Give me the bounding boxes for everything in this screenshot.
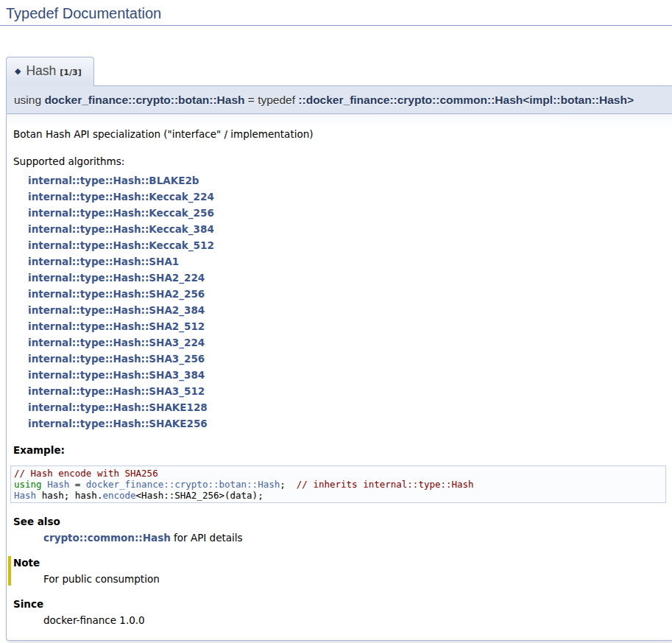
- algorithm-link[interactable]: internal::type::Hash::BLAKE2b: [28, 175, 199, 186]
- algorithm-list-item: internal::type::Hash::Keccak_512: [13, 237, 666, 253]
- algorithm-link[interactable]: internal::type::Hash::SHA3_384: [28, 369, 205, 381]
- code-plain: hash; hash.: [36, 490, 102, 501]
- declaration-type-link[interactable]: ::docker_finance::crypto::common::Hash<i…: [298, 94, 634, 106]
- see-also-label: See also: [13, 515, 666, 528]
- algorithm-list-item: internal::type::Hash::Keccak_224: [13, 189, 666, 205]
- algorithm-link[interactable]: internal::type::Hash::SHAKE256: [28, 418, 208, 429]
- example-section: Example:: [13, 443, 666, 457]
- algorithm-link[interactable]: internal::type::Hash::SHA3_512: [28, 385, 205, 397]
- example-code-block: // Hash encode with SHA256 using Hash = …: [10, 465, 666, 503]
- code-line: // Hash encode with SHA256: [14, 468, 662, 479]
- algorithm-list-item: internal::type::Hash::SHA2_224: [13, 270, 666, 286]
- member-declaration: using docker_finance::crypto::botan::Has…: [6, 85, 672, 114]
- algorithm-list-item: internal::type::Hash::SHA1: [13, 253, 666, 270]
- algorithm-list-item: internal::type::Hash::SHAKE256: [13, 415, 666, 432]
- algorithm-list-item: internal::type::Hash::SHAKE128: [13, 399, 666, 415]
- supported-algorithms-label: Supported algorithms:: [13, 155, 666, 168]
- see-also-link[interactable]: crypto::common::Hash: [43, 532, 171, 544]
- code-comment: // inherits internal::type::Hash: [297, 479, 474, 490]
- note-section: Note For public consumption: [8, 556, 666, 586]
- code-line: using Hash = docker_finance::crypto::bot…: [14, 479, 662, 490]
- code-link-encode[interactable]: encode: [102, 490, 135, 501]
- example-label: Example:: [13, 443, 666, 457]
- member-doc: Botan Hash API specialization ("interfac…: [6, 114, 672, 641]
- member-panel: ◆Hash[1/3] using docker_finance::crypto:…: [6, 57, 672, 641]
- algorithm-list-item: internal::type::Hash::SHA3_384: [13, 367, 666, 383]
- algorithm-link[interactable]: internal::type::Hash::SHA2_224: [28, 272, 205, 284]
- declaration-prefix: using: [14, 94, 44, 106]
- see-also-section: See also crypto::common::Hash for API de…: [13, 515, 666, 544]
- code-line: Hash hash; hash.encode<Hash::SHA2_256>(d…: [14, 490, 662, 501]
- page-title: Typedef Documentation: [0, 0, 672, 26]
- algorithm-list-item: internal::type::Hash::SHA3_256: [13, 351, 666, 367]
- member-overload-index: [1/3]: [60, 68, 81, 77]
- algorithm-link[interactable]: internal::type::Hash::Keccak_224: [28, 191, 214, 203]
- algorithm-link[interactable]: internal::type::Hash::SHA3_256: [28, 353, 205, 365]
- code-link-hash[interactable]: Hash: [14, 490, 36, 501]
- algorithm-list-item: internal::type::Hash::SHA3_224: [13, 334, 666, 351]
- since-text: docker-finance 1.0.0: [43, 614, 666, 627]
- code-link-hash[interactable]: Hash: [47, 479, 69, 490]
- algorithm-link[interactable]: internal::type::Hash::SHA2_384: [28, 304, 205, 316]
- algorithm-link[interactable]: internal::type::Hash::SHA2_256: [28, 288, 205, 300]
- see-also-content: crypto::common::Hash for API details: [43, 531, 666, 544]
- algorithm-link[interactable]: internal::type::Hash::SHA1: [28, 256, 179, 267]
- since-label: Since: [13, 597, 666, 611]
- algorithm-list-item: internal::type::Hash::SHA2_256: [13, 286, 666, 302]
- see-also-suffix: for API details: [171, 532, 243, 544]
- member-tab: ◆Hash[1/3]: [6, 57, 94, 86]
- note-text: For public consumption: [43, 572, 666, 586]
- code-plain: =: [69, 479, 86, 490]
- algorithm-list-item: internal::type::Hash::BLAKE2b: [13, 172, 666, 189]
- summary-text: Botan Hash API specialization ("interfac…: [13, 127, 666, 141]
- algorithm-list-item: internal::type::Hash::SHA3_512: [13, 383, 666, 399]
- code-plain: ;: [280, 479, 297, 490]
- declaration-name-link[interactable]: docker_finance::crypto::botan::Hash: [44, 94, 244, 106]
- member-name: Hash: [26, 63, 56, 78]
- algorithm-link[interactable]: internal::type::Hash::Keccak_512: [28, 239, 214, 251]
- algorithm-link[interactable]: internal::type::Hash::SHA2_512: [28, 320, 205, 332]
- since-section: Since docker-finance 1.0.0: [13, 597, 666, 627]
- algorithm-link[interactable]: internal::type::Hash::SHA3_224: [28, 337, 205, 348]
- algorithm-list-item: internal::type::Hash::Keccak_384: [13, 221, 666, 237]
- algorithm-link[interactable]: internal::type::Hash::Keccak_384: [28, 223, 214, 235]
- code-link-botan-hash[interactable]: docker_finance::crypto::botan::Hash: [86, 479, 280, 490]
- code-keyword: using: [14, 479, 47, 490]
- note-label: Note: [13, 556, 666, 569]
- algorithm-link[interactable]: internal::type::Hash::SHAKE128: [28, 401, 208, 413]
- code-plain: <Hash::SHA2_256>(data);: [136, 490, 264, 501]
- algorithm-list-item: internal::type::Hash::SHA2_384: [13, 302, 666, 318]
- code-comment: // Hash encode with SHA256: [14, 468, 158, 479]
- algorithm-list-item: internal::type::Hash::SHA2_512: [13, 318, 666, 334]
- algorithm-link[interactable]: internal::type::Hash::Keccak_256: [28, 207, 214, 219]
- permalink-diamond-icon[interactable]: ◆: [15, 66, 21, 76]
- algorithms-list: internal::type::Hash::BLAKE2binternal::t…: [13, 172, 666, 432]
- algorithm-list-item: internal::type::Hash::Keccak_256: [13, 205, 666, 221]
- declaration-connector: = typedef: [245, 94, 299, 106]
